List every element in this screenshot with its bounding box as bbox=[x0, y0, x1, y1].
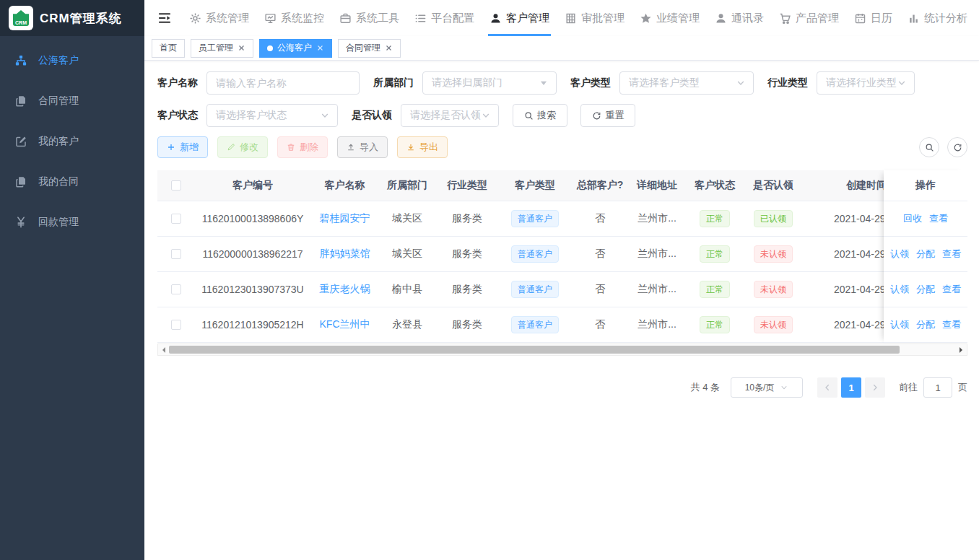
edit-button[interactable]: 修改 bbox=[217, 136, 268, 158]
scroll-right-arrow-icon[interactable] bbox=[956, 344, 967, 355]
sidebar-item[interactable]: 我的客户 bbox=[0, 121, 144, 162]
customer-number: 11620100013898606Y bbox=[195, 213, 310, 224]
calendar-icon bbox=[854, 12, 866, 25]
topnav-item-label: 系统管理 bbox=[206, 12, 249, 25]
page-number-active[interactable]: 1 bbox=[841, 377, 861, 398]
add-button[interactable]: 新增 bbox=[157, 136, 208, 158]
filter-control[interactable]: 请选择客户类型 bbox=[619, 71, 754, 95]
toolbox-icon bbox=[339, 12, 352, 25]
scrollbar-thumb[interactable] bbox=[169, 346, 900, 354]
filter-control[interactable] bbox=[206, 71, 360, 95]
filter-control[interactable]: 请选择是否认领 bbox=[401, 104, 499, 127]
close-icon[interactable] bbox=[385, 44, 393, 52]
row-action-link[interactable]: 认领 bbox=[890, 283, 909, 296]
page-tab[interactable]: 公海客户 bbox=[259, 39, 332, 58]
topnav-item[interactable]: 通讯录 bbox=[715, 0, 764, 36]
close-icon[interactable] bbox=[316, 44, 324, 52]
scroll-left-arrow-icon[interactable] bbox=[158, 344, 169, 355]
refresh-table-button[interactable] bbox=[947, 137, 967, 157]
prev-page-button[interactable] bbox=[817, 377, 837, 398]
row-action-link[interactable]: 查看 bbox=[942, 318, 961, 331]
row-action-link[interactable]: 分配 bbox=[916, 248, 935, 261]
close-icon[interactable] bbox=[238, 44, 245, 52]
page-content: 客户名称 所属部门 bbox=[144, 61, 979, 560]
filter-control[interactable]: 请选择客户状态 bbox=[206, 104, 338, 127]
customer-name-link[interactable]: 碧桂园安宁 bbox=[320, 212, 370, 224]
topnav-item[interactable]: 产品管理 bbox=[779, 0, 839, 36]
topnav-item[interactable]: 客户管理 bbox=[490, 0, 549, 36]
topnav-item[interactable]: 系统工具 bbox=[339, 0, 399, 36]
row-action-link[interactable]: 分配 bbox=[916, 283, 935, 296]
filter-label: 行业类型 bbox=[767, 76, 808, 89]
topnav-item-label: 审批管理 bbox=[581, 12, 625, 25]
row-action-link[interactable]: 回收 bbox=[903, 212, 922, 225]
sidebar-item[interactable]: 公海客户 bbox=[0, 40, 144, 81]
sidebar-item[interactable]: 我的合同 bbox=[0, 162, 144, 202]
chevron-left-icon bbox=[823, 383, 832, 392]
customer-dept: 榆中县 bbox=[379, 283, 435, 296]
filter-control[interactable]: 请选择行业类型 bbox=[817, 71, 915, 95]
customer-dept: 永登县 bbox=[379, 318, 435, 331]
goto-page-input[interactable] bbox=[923, 377, 952, 398]
select-placeholder: 请选择是否认领 bbox=[410, 109, 481, 122]
topnav-item[interactable]: 平台配置 bbox=[414, 0, 474, 36]
topnav-item[interactable]: 业绩管理 bbox=[640, 0, 700, 36]
topnav-item[interactable]: 审批管理 bbox=[565, 0, 625, 36]
select-all-checkbox[interactable] bbox=[171, 180, 181, 191]
top-header: 系统管理 系统监控 系统工具 平台配置 bbox=[144, 0, 979, 36]
customer-name-link[interactable]: KFC兰州中 bbox=[320, 318, 370, 330]
row-action-link[interactable]: 查看 bbox=[942, 283, 961, 296]
next-page-button[interactable] bbox=[865, 377, 885, 398]
row-checkbox[interactable] bbox=[171, 214, 181, 224]
row-actions: 认领 分配 查看 bbox=[884, 307, 967, 343]
operation-column: 操作 回收 查看 认领 分配 bbox=[884, 170, 967, 343]
tab-label: 员工管理 bbox=[199, 42, 233, 54]
row-action-link[interactable]: 分配 bbox=[916, 318, 935, 331]
list-icon bbox=[414, 12, 427, 25]
star-icon bbox=[640, 12, 652, 25]
topnav-item[interactable]: 系统监控 bbox=[264, 0, 324, 36]
pagination: 共 4 条 10条/页 1 前往 页 bbox=[157, 377, 967, 398]
customer-dept: 城关区 bbox=[379, 248, 435, 261]
customer-number: 116200000138962217 bbox=[195, 248, 310, 260]
text-input[interactable] bbox=[216, 77, 352, 89]
sidebar-item[interactable]: 合同管理 bbox=[0, 81, 144, 121]
column-header: 所属部门 bbox=[379, 179, 435, 192]
customer-name-link[interactable]: 胖妈妈菜馆 bbox=[320, 248, 370, 259]
row-action-link[interactable]: 认领 bbox=[890, 318, 909, 331]
table-row: 116200000138962217 胖妈妈菜馆 城关区 服务类 普通客户 否 … bbox=[157, 237, 967, 272]
topnav-item[interactable]: 统计分析 bbox=[908, 0, 967, 36]
monitor-icon bbox=[264, 12, 277, 25]
horizontal-scrollbar[interactable] bbox=[157, 344, 967, 356]
customer-name-link[interactable]: 重庆老火锅 bbox=[320, 283, 370, 294]
main-area: 系统管理 系统监控 系统工具 平台配置 bbox=[144, 0, 979, 560]
search-button[interactable]: 搜索 bbox=[513, 104, 567, 127]
row-checkbox[interactable] bbox=[171, 284, 181, 294]
import-button[interactable]: 导入 bbox=[337, 136, 388, 158]
topnav-item[interactable]: 日历 bbox=[854, 0, 892, 36]
customer-industry: 服务类 bbox=[435, 318, 499, 331]
row-checkbox[interactable] bbox=[171, 249, 181, 259]
row-checkbox[interactable] bbox=[171, 320, 181, 330]
sidebar-item[interactable]: 回款管理 bbox=[0, 202, 144, 242]
page-tab[interactable]: 合同管理 bbox=[338, 39, 401, 58]
select-placeholder: 请选择客户类型 bbox=[629, 76, 700, 89]
filter-control[interactable]: 请选择归属部门 bbox=[422, 71, 557, 95]
export-button[interactable]: 导出 bbox=[397, 136, 448, 158]
topnav-item-label: 业绩管理 bbox=[656, 12, 700, 25]
toggle-search-button[interactable] bbox=[919, 137, 939, 157]
topnav-item[interactable]: 系统管理 bbox=[189, 0, 249, 36]
delete-button[interactable]: 删除 bbox=[277, 136, 328, 158]
chevron-down-icon bbox=[481, 110, 491, 121]
row-action-link[interactable]: 认领 bbox=[890, 248, 909, 261]
page-tab[interactable]: 首页 bbox=[152, 39, 185, 58]
sidebar-collapse-icon[interactable] bbox=[157, 11, 172, 25]
row-action-link[interactable]: 查看 bbox=[942, 248, 961, 261]
page-size-select[interactable]: 10条/页 bbox=[731, 377, 803, 398]
page-tab[interactable]: 员工管理 bbox=[191, 39, 253, 58]
row-action-link[interactable]: 查看 bbox=[929, 212, 948, 225]
search-icon bbox=[925, 143, 934, 152]
topnav-item-label: 统计分析 bbox=[924, 12, 967, 25]
filter-field: 客户名称 bbox=[157, 71, 360, 95]
reset-button[interactable]: 重置 bbox=[580, 104, 635, 127]
